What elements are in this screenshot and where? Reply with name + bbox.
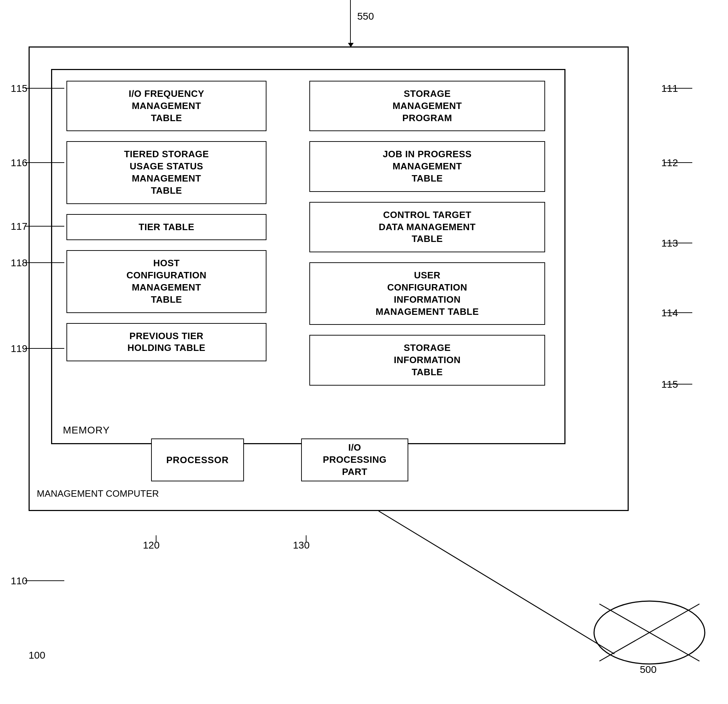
ref-label-117: 117 [11, 221, 27, 232]
tier-table-label: TIER TABLE [139, 221, 194, 232]
ref-tick-115-left [25, 88, 64, 89]
ref-label-550: 550 [357, 11, 374, 22]
job-progress-label: JOB IN PROGRESSMANAGEMENTTABLE [383, 149, 472, 184]
io-processing-box: I/OPROCESSINGPART [301, 438, 408, 481]
control-target-label: CONTROL TARGETDATA MANAGEMENTTABLE [378, 210, 475, 244]
ref-tick-118 [25, 262, 64, 263]
ref-label-114: 114 [661, 307, 678, 319]
ref-label-115-right: 115 [661, 379, 678, 390]
ref-label-110: 110 [11, 575, 27, 587]
ref-tick-113 [664, 243, 692, 243]
storage-mgmt-label: STORAGEMANAGEMENTPROGRAM [393, 88, 462, 123]
ref-line-110 [25, 580, 64, 581]
ref-tick-114 [664, 312, 692, 313]
ref-label-100: 100 [29, 650, 45, 661]
storage-info-label: STORAGEINFORMATIONTABLE [394, 343, 461, 377]
ref-label-119: 119 [11, 343, 27, 354]
ref-tick-119 [25, 348, 64, 349]
previous-tier-label: PREVIOUS TIERHOLDING TABLE [127, 331, 205, 353]
management-computer-box: I/O FREQUENCYMANAGEMENTTABLE TIERED STOR… [29, 46, 629, 511]
management-computer-label: MANAGEMENT COMPUTER [37, 488, 159, 499]
ref-tick-116 [25, 162, 64, 163]
io-frequency-label: I/O FREQUENCYMANAGEMENTTABLE [129, 88, 204, 123]
ref-label-130: 130 [293, 540, 310, 551]
processor-label: PROCESSOR [166, 455, 229, 465]
ref-label-115-left: 115 [11, 83, 27, 94]
job-progress-table-box: JOB IN PROGRESSMANAGEMENTTABLE [309, 141, 545, 192]
io-to-storage-line [378, 511, 614, 654]
ref-label-111: 111 [661, 83, 678, 94]
ref-tick-117 [25, 226, 64, 227]
left-column: I/O FREQUENCYMANAGEMENTTABLE TIERED STOR… [66, 81, 266, 371]
connection-arrow-550 [350, 0, 351, 47]
host-config-table-box: HOSTCONFIGURATIONMANAGEMENTTABLE [66, 250, 266, 313]
ref-label-120: 120 [143, 540, 160, 551]
storage-device [592, 597, 706, 668]
processor-box: PROCESSOR [151, 438, 244, 481]
ref-label-116: 116 [11, 157, 27, 169]
ref-tick-115-right [664, 384, 692, 385]
io-frequency-table-box: I/O FREQUENCYMANAGEMENTTABLE [66, 81, 266, 131]
tiered-storage-table-box: TIERED STORAGEUSAGE STATUSMANAGEMENTTABL… [66, 141, 266, 204]
ref-line-130 [306, 535, 306, 542]
ref-label-112: 112 [661, 157, 678, 169]
ref-line-120 [156, 535, 156, 542]
tiered-storage-label: TIERED STORAGEUSAGE STATUSMANAGEMENTTABL… [124, 149, 209, 195]
control-target-table-box: CONTROL TARGETDATA MANAGEMENTTABLE [309, 202, 545, 252]
storage-info-table-box: STORAGEINFORMATIONTABLE [309, 335, 545, 385]
user-config-table-box: USERCONFIGURATIONINFORMATIONMANAGEMENT T… [309, 262, 545, 325]
diagram: 550 I/O FREQUENCYMANAGEMENTTABLE TIERED … [0, 0, 728, 704]
storage-mgmt-program-box: STORAGEMANAGEMENTPROGRAM [309, 81, 545, 131]
previous-tier-table-box: PREVIOUS TIERHOLDING TABLE [66, 323, 266, 361]
ref-label-118: 118 [11, 257, 27, 269]
host-config-label: HOSTCONFIGURATIONMANAGEMENTTABLE [126, 258, 207, 305]
tier-table-box: TIER TABLE [66, 214, 266, 240]
io-processing-label: I/OPROCESSINGPART [323, 442, 387, 478]
ref-label-113: 113 [661, 238, 678, 249]
memory-label: MEMORY [63, 425, 110, 436]
ref-tick-112 [664, 162, 692, 163]
right-column: STORAGEMANAGEMENTPROGRAM JOB IN PROGRESS… [309, 81, 545, 396]
ref-tick-111 [664, 88, 692, 89]
user-config-label: USERCONFIGURATIONINFORMATIONMANAGEMENT T… [376, 270, 479, 317]
memory-box: I/O FREQUENCYMANAGEMENTTABLE TIERED STOR… [51, 69, 565, 444]
